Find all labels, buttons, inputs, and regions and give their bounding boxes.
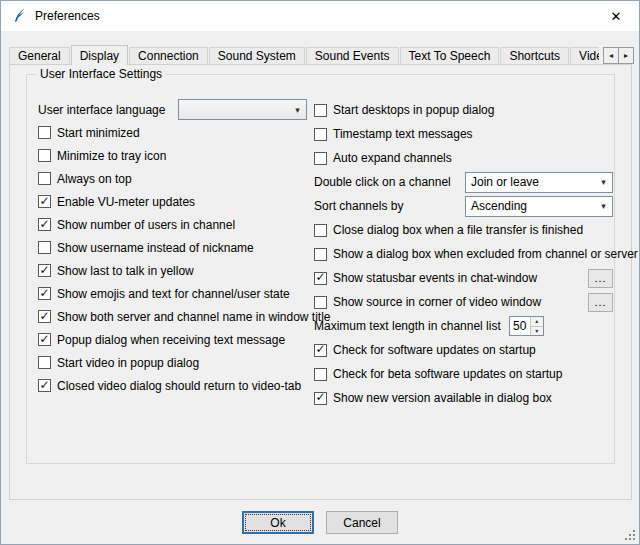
checkbox[interactable]: ✓ — [38, 126, 51, 139]
checkbox-label[interactable]: Show statusbar events in chat-window — [333, 271, 537, 285]
checkbox[interactable]: ✓ — [314, 104, 327, 117]
checkbox[interactable]: ✓ — [314, 152, 327, 165]
tab-sound-events[interactable]: Sound Events — [306, 47, 399, 65]
tab-display[interactable]: Display — [71, 45, 128, 65]
double-click-label: Double click on a channel — [314, 175, 451, 189]
checkbox-label[interactable]: Start minimized — [57, 126, 140, 140]
double-click-value: Join or leave — [471, 175, 595, 189]
checkbox[interactable]: ✓ — [38, 310, 51, 323]
resize-grip[interactable] — [623, 528, 636, 541]
checkbox[interactable]: ✓ — [38, 149, 51, 162]
checkbox[interactable]: ✓ — [38, 241, 51, 254]
checkbox-row: ✓ Closed video dialog should return to v… — [38, 374, 308, 397]
checkbox-label[interactable]: Minimize to tray icon — [57, 149, 166, 163]
checkbox-row: ✓ Show source in corner of video window … — [314, 290, 613, 314]
statusbar-events-browse-button[interactable]: ... — [588, 269, 613, 288]
double-click-select[interactable]: Join or leave ▾ — [465, 172, 613, 193]
checkbox-row: ✓ Show username instead of nickname — [38, 236, 308, 259]
group-title: User Interface Settings — [36, 67, 166, 81]
checkbox[interactable]: ✓ — [314, 224, 327, 237]
double-click-row: Double click on a channel Join or leave … — [314, 170, 613, 194]
checkbox-label[interactable]: Always on top — [57, 172, 132, 186]
check-icon: ✓ — [39, 333, 49, 345]
max-text-length-stepper[interactable]: 50 ▴ ▾ — [509, 316, 544, 336]
right-column: ✓ Start desktops in popup dialog ✓ Times… — [314, 98, 613, 410]
check-icon: ✓ — [39, 195, 49, 207]
checkbox-label[interactable]: Popup dialog when receiving text message — [57, 333, 285, 347]
checkbox[interactable]: ✓ — [314, 272, 327, 285]
checkbox[interactable]: ✓ — [38, 195, 51, 208]
checkbox-row: ✓ Popup dialog when receiving text messa… — [38, 328, 308, 351]
checkbox-label[interactable]: Show a dialog box when excluded from cha… — [333, 247, 638, 261]
checkbox-label[interactable]: Start video in popup dialog — [57, 356, 199, 370]
sort-channels-select[interactable]: Ascending ▾ — [465, 196, 613, 217]
tab-scroll-left-icon[interactable]: ◂ — [603, 47, 619, 64]
checkbox[interactable]: ✓ — [38, 379, 51, 392]
ok-button[interactable]: Ok — [242, 511, 314, 534]
close-button[interactable]: ✕ — [593, 1, 639, 31]
checkbox[interactable]: ✓ — [314, 392, 327, 405]
checkbox[interactable]: ✓ — [38, 356, 51, 369]
max-text-length-value: 50 — [510, 317, 530, 335]
checkbox-row: ✓ Start desktops in popup dialog — [314, 98, 613, 122]
check-icon: ✓ — [39, 264, 49, 276]
checkbox-label[interactable]: Show new version available in dialog box — [333, 391, 552, 405]
max-text-length-row: Maximum text length in channel list 50 ▴… — [314, 314, 613, 338]
tab-general[interactable]: General — [9, 47, 70, 65]
checkbox[interactable]: ✓ — [314, 128, 327, 141]
checkbox-label[interactable]: Check for software updates on startup — [333, 343, 536, 357]
language-select[interactable]: ▾ — [178, 99, 307, 120]
checkbox[interactable]: ✓ — [38, 287, 51, 300]
checkbox[interactable]: ✓ — [314, 296, 327, 309]
checkbox-row: ✓ Check for beta software updates on sta… — [314, 362, 613, 386]
checkbox-row: ✓ Check for software updates on startup — [314, 338, 613, 362]
check-icon: ✓ — [39, 379, 49, 391]
checkbox-row: ✓ Show last to talk in yellow — [38, 259, 308, 282]
video-source-browse-button[interactable]: ... — [588, 293, 613, 312]
checkbox-label[interactable]: Show last to talk in yellow — [57, 264, 194, 278]
tab-shortcuts[interactable]: Shortcuts — [500, 47, 569, 65]
checkbox-label[interactable]: Show source in corner of video window — [333, 295, 541, 309]
stepper-up-icon[interactable]: ▴ — [531, 317, 543, 326]
checkbox[interactable]: ✓ — [314, 368, 327, 381]
sort-channels-row: Sort channels by Ascending ▾ — [314, 194, 613, 218]
check-icon: ✓ — [315, 391, 325, 403]
tab-sound-system[interactable]: Sound System — [209, 47, 305, 65]
checkbox-row: ✓ Auto expand channels — [314, 146, 613, 170]
cancel-button[interactable]: Cancel — [326, 511, 398, 534]
checkbox-row: ✓ Show emojis and text for channel/user … — [38, 282, 308, 305]
checkbox-label[interactable]: Timestamp text messages — [333, 127, 473, 141]
tab-video[interactable]: Video — [570, 47, 599, 65]
left-column: User interface language ▾ ✓ Start minimi… — [38, 98, 308, 397]
max-text-length-label: Maximum text length in channel list — [314, 319, 501, 333]
checkbox-row: ✓ Always on top — [38, 167, 308, 190]
chevron-down-icon: ▾ — [289, 105, 306, 115]
checkbox[interactable]: ✓ — [314, 248, 327, 261]
check-icon: ✓ — [39, 218, 49, 230]
checkbox-label[interactable]: Start desktops in popup dialog — [333, 103, 494, 117]
checkbox-label[interactable]: Show both server and channel name in win… — [57, 310, 331, 324]
checkbox[interactable]: ✓ — [38, 264, 51, 277]
checkbox[interactable]: ✓ — [38, 172, 51, 185]
checkbox-label[interactable]: Enable VU-meter updates — [57, 195, 195, 209]
tab-bar: General Display Connection Sound System … — [9, 44, 599, 65]
checkbox[interactable]: ✓ — [38, 333, 51, 346]
checkbox-row: ✓ Show new version available in dialog b… — [314, 386, 613, 410]
checkbox-label[interactable]: Close dialog box when a file transfer is… — [333, 223, 583, 237]
checkbox-row: ✓ Enable VU-meter updates — [38, 190, 308, 213]
checkbox-label[interactable]: Closed video dialog should return to vid… — [57, 379, 301, 393]
tab-connection[interactable]: Connection — [129, 47, 208, 65]
checkbox-label[interactable]: Show emojis and text for channel/user st… — [57, 287, 290, 301]
tab-scroller: ◂ ▸ — [603, 47, 634, 64]
tab-scroll-right-icon[interactable]: ▸ — [618, 47, 634, 64]
checkbox[interactable]: ✓ — [38, 218, 51, 231]
checkbox-label[interactable]: Check for beta software updates on start… — [333, 367, 562, 381]
checkbox[interactable]: ✓ — [314, 344, 327, 357]
check-icon: ✓ — [39, 310, 49, 322]
stepper-down-icon[interactable]: ▾ — [531, 326, 543, 336]
check-icon: ✓ — [39, 287, 49, 299]
tab-text-to-speech[interactable]: Text To Speech — [400, 47, 500, 65]
checkbox-label[interactable]: Show username instead of nickname — [57, 241, 254, 255]
checkbox-label[interactable]: Auto expand channels — [333, 151, 452, 165]
checkbox-label[interactable]: Show number of users in channel — [57, 218, 235, 232]
